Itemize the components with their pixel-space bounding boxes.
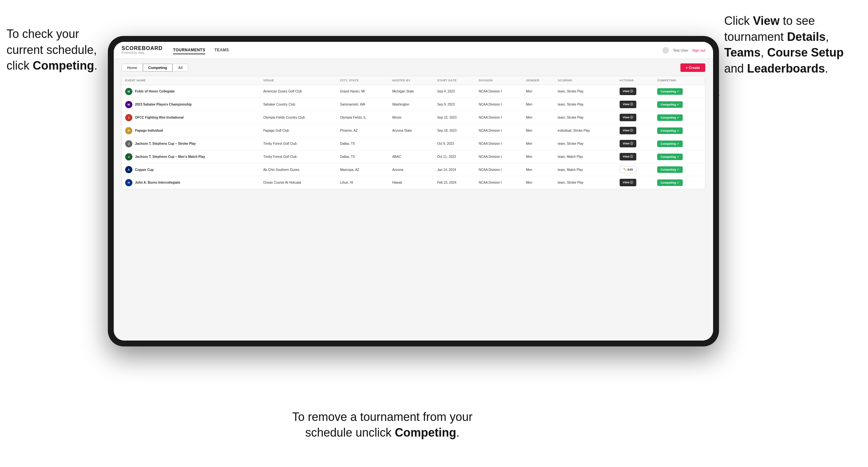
annotation-top-left: To check your current schedule, click Co… [6, 26, 118, 74]
actions-cell: View ⓘ [616, 176, 654, 189]
hosted-by-cell: ABAC [389, 150, 434, 163]
table-row: I OFCC Fighting Illini Invitational Olym… [122, 111, 705, 124]
col-city-state: CITY, STATE [337, 76, 389, 85]
scoring-cell: team, Stroke Play [555, 98, 616, 111]
scoring-cell: team, Stroke Play [555, 176, 616, 189]
tab-home[interactable]: Home [122, 64, 143, 71]
scoring-cell: team, Match Play [555, 150, 616, 163]
venue-cell: Ak-Chin Southern Dunes [260, 163, 337, 176]
event-name-cell: J Jackson T. Stephens Cup – Men's Match … [122, 150, 260, 163]
competing-cell: Competing ✓ [654, 137, 705, 150]
start-date-cell: Oct 9, 2023 [434, 137, 475, 150]
competing-cell: Competing ✓ [654, 163, 705, 176]
division-cell: NCAA Division I [475, 176, 523, 189]
city-state-cell: Phoenix, AZ [337, 124, 389, 137]
competing-cell: Competing ✓ [654, 111, 705, 124]
nav-links: TOURNAMENTS TEAMS [173, 46, 663, 54]
actions-cell: View ⓘ [616, 85, 654, 98]
actions-cell: View ⓘ [616, 137, 654, 150]
view-button[interactable]: View ⓘ [620, 179, 637, 186]
table-row: A Copper Cup Ak-Chin Southern DunesMaric… [122, 163, 705, 176]
hosted-by-cell: Michigan State [389, 85, 434, 98]
view-button[interactable]: View ⓘ [620, 101, 637, 108]
col-scoring: SCORING [555, 76, 616, 85]
event-name: Jackson T. Stephens Cup – Stroke Play [135, 142, 196, 146]
col-event-name: EVENT NAME [122, 76, 260, 85]
hosted-by-cell: Hawaii [389, 176, 434, 189]
venue-cell: Papago Golf Club [260, 124, 337, 137]
venue-cell: Trinity Forest Golf Club [260, 137, 337, 150]
gender-cell: Men [523, 111, 554, 124]
division-cell: NCAA Division I [475, 163, 523, 176]
nav-link-teams[interactable]: TEAMS [214, 46, 229, 54]
competing-button[interactable]: Competing ✓ [657, 179, 683, 186]
start-date-cell: Sep 18, 2023 [434, 124, 475, 137]
event-name: John A. Burns Intercollegiate [135, 181, 180, 184]
start-date-cell: Oct 11, 2023 [434, 150, 475, 163]
division-cell: NCAA Division I [475, 98, 523, 111]
edit-button[interactable]: ✏️ Edit [620, 166, 637, 173]
division-cell: NCAA Division I [475, 124, 523, 137]
team-logo: H [125, 179, 132, 186]
gender-cell: Men [523, 137, 554, 150]
table-row: H John A. Burns Intercollegiate Ocean Co… [122, 176, 705, 189]
actions-cell: View ⓘ [616, 111, 654, 124]
competing-button[interactable]: Competing ✓ [657, 166, 683, 173]
view-button[interactable]: View ⓘ [620, 140, 637, 147]
hosted-by-cell: Arizona [389, 163, 434, 176]
col-start-date: START DATE [434, 76, 475, 85]
competing-cell: Competing ✓ [654, 98, 705, 111]
scoring-cell: team, Stroke Play [555, 111, 616, 124]
scoring-cell: team, Stroke Play [555, 137, 616, 150]
city-state-cell: Lihue, HI [337, 176, 389, 189]
view-button[interactable]: View ⓘ [620, 114, 637, 121]
venue-cell: Ocean Course At Hokuala [260, 176, 337, 189]
city-state-cell: Dallas, TX [337, 150, 389, 163]
competing-button[interactable]: Competing ✓ [657, 114, 683, 121]
competing-button[interactable]: Competing ✓ [657, 127, 683, 134]
scoreboard-sub: Powered by cliqq [122, 51, 163, 55]
table-row: J Jackson T. Stephens Cup – Men's Match … [122, 150, 705, 163]
tab-all[interactable]: All [173, 64, 188, 71]
content-area: Home Competing All + Create EVENT NAME V… [114, 59, 713, 341]
hosted-by-cell: Washington [389, 98, 434, 111]
competing-button[interactable]: Competing ✓ [657, 101, 683, 108]
division-cell: NCAA Division I [475, 150, 523, 163]
city-state-cell: Grand Haven, MI [337, 85, 389, 98]
actions-cell: ✏️ Edit [616, 163, 654, 176]
table-row: M Folds of Honor Collegiate American Dun… [122, 85, 705, 98]
signout-link[interactable]: Sign out [692, 49, 705, 52]
event-name: Papago Individual [135, 129, 163, 132]
nav-right: Test User Sign out [662, 47, 705, 54]
competing-button[interactable]: Competing ✓ [657, 141, 683, 147]
scoreboard-title: SCOREBOARD [122, 46, 163, 51]
team-logo: J [125, 153, 132, 160]
annotation-top-right: Click View to see tournament Details, Te… [724, 13, 862, 76]
start-date-cell: Sep 15, 2023 [434, 111, 475, 124]
gender-cell: Men [523, 150, 554, 163]
actions-cell: View ⓘ [616, 98, 654, 111]
event-name: Folds of Honor Collegiate [135, 90, 175, 93]
view-button[interactable]: View ⓘ [620, 153, 637, 160]
annotation-bottom-center: To remove a tournament from your schedul… [268, 409, 497, 441]
view-button[interactable]: View ⓘ [620, 88, 637, 95]
create-button[interactable]: + Create [680, 63, 705, 72]
event-name-cell: J Jackson T. Stephens Cup – Stroke Play [122, 137, 260, 150]
event-name-cell: M Folds of Honor Collegiate [122, 85, 260, 98]
col-division: DIVISION [475, 76, 523, 85]
filter-bar: Home Competing All + Create [122, 63, 705, 72]
table-row: P Papago Individual Papago Golf ClubPhoe… [122, 124, 705, 137]
competing-button[interactable]: Competing ✓ [657, 154, 683, 160]
city-state-cell: Olympia Fields, IL [337, 111, 389, 124]
competing-button[interactable]: Competing ✓ [657, 88, 683, 95]
nav-link-tournaments[interactable]: TOURNAMENTS [173, 46, 206, 54]
team-logo: M [125, 88, 132, 95]
event-name: Jackson T. Stephens Cup – Men's Match Pl… [135, 155, 205, 158]
col-actions: ACTIONS [616, 76, 654, 85]
tab-competing[interactable]: Competing [143, 64, 173, 71]
view-button[interactable]: View ⓘ [620, 127, 637, 134]
team-logo: P [125, 127, 132, 134]
user-icon [662, 47, 669, 54]
scoreboard-logo: SCOREBOARD Powered by cliqq [122, 46, 163, 55]
actions-cell: View ⓘ [616, 150, 654, 163]
